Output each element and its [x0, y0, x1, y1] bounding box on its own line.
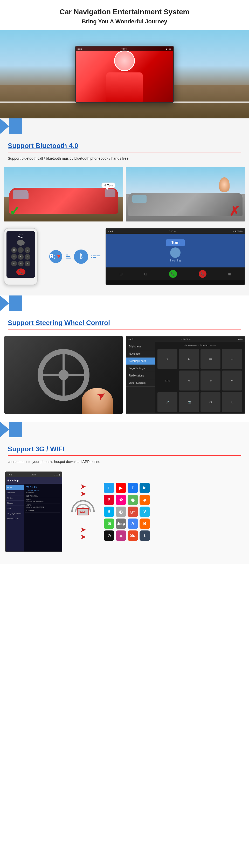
steer-btn-back[interactable]: ↩	[222, 371, 242, 391]
wifi-sidebar-language[interactable]: Language & Input	[6, 511, 24, 516]
wifi-settings-mockup: ◂ ● ⊞ 13:22 ⊙ ▲ ◆ ⚙ Settings WLAN Blueto…	[5, 471, 62, 552]
phone-mockup: 9:45 Tom ⊞ 📞 ♪ ✦ ⊕ + ⋯ ⊟ ☰ 📞	[4, 228, 38, 285]
bluetooth-divider	[8, 152, 241, 152]
wifi-sidebar: WLAN Bluetooth More... Storage USB Langu…	[6, 484, 24, 552]
steer-btn-power[interactable]: ⏻	[201, 392, 220, 412]
phone-dialpad: ⊞ 📞 ♪ ✦ ⊕ + ⋯ ⊟ ☰	[11, 247, 30, 267]
x-mark-icon: ✗	[229, 204, 240, 219]
device-topbar: ■ ■ ■ 08:04 ▲ ◆ ▸	[76, 46, 173, 51]
wifi-network-kuvmax[interactable]: KUVMAX	[25, 509, 61, 513]
bt-transfer-visual: ᛒ	[74, 250, 100, 264]
social-icon-rss[interactable]: ◈	[140, 495, 150, 505]
social-icon-maps[interactable]: A	[128, 519, 138, 529]
steer-side-menu: Brightness Navigation Steering Learn Log…	[126, 342, 155, 413]
social-icon-flickr[interactable]: ✿	[116, 495, 126, 505]
steer-btn-vol-up[interactable]: ⊕	[179, 371, 199, 391]
social-icon-imessage[interactable]: ✉	[104, 519, 114, 529]
social-icon-linkedin[interactable]: in	[140, 483, 150, 493]
car-ctrl-icon2: ⊟	[144, 272, 147, 276]
wifi-sidebar-storage[interactable]: Storage	[6, 501, 24, 506]
steer-menu-radio-setting[interactable]: Radio setting	[126, 372, 155, 379]
social-icon-blogger[interactable]: B	[140, 519, 150, 529]
steer-btn-mic[interactable]: 🎤	[157, 392, 177, 412]
incoming-status-label: Incoming	[170, 259, 181, 262]
wifi-sidebar-bluetooth[interactable]: Bluetooth	[6, 490, 24, 495]
main-title: Car Navigation Entertainment System	[5, 8, 244, 16]
arrow-down-icon: ➤➤	[80, 526, 86, 540]
car-unit-mockup: ◂ ● ◉ 8:16 am ▲ ◆ 3G 20 Tom Incoming ⊞ ⊟…	[106, 228, 245, 285]
steering-images-row: ➤ ◂ ● ⊞ bt 08:02 ▲ ◆ 20 Brightness Navig…	[0, 333, 249, 416]
device-screen-content	[76, 46, 173, 102]
phone-caller-name: Tom	[18, 236, 23, 239]
steer-btn-settings[interactable]: ⚙	[157, 349, 177, 369]
wifi-title: Support 3G / WIFI	[0, 438, 249, 455]
car-woman-image: ✗	[126, 167, 245, 221]
phone-end-call-button[interactable]: 📞	[16, 269, 26, 275]
steer-menu-logo-settings[interactable]: Logo Settings	[126, 365, 155, 372]
steer-content-area: Brightness Navigation Steering Learn Log…	[126, 342, 245, 413]
steering-title: Support Steering Wheel Control	[0, 312, 249, 329]
steering-wheel-image: ➤	[4, 336, 123, 414]
social-icon-tumblr[interactable]: t	[140, 530, 150, 541]
steer-topbar: ◂ ● ⊞ bt 08:02 ▲ ◆ 20	[126, 337, 245, 342]
car-unit-call-controls: ⊞ ⊟ 📞 📞 ⊞	[106, 268, 245, 280]
social-icon-facebook[interactable]: f	[128, 483, 138, 493]
bluetooth-section: Support Bluetooth 4.0 Support bluetooth …	[0, 118, 249, 296]
wifi-sidebar-row: WLAN Bluetooth More... Storage USB Langu…	[6, 484, 62, 552]
wifi-sidebar-more[interactable]: More...	[6, 495, 24, 501]
car-accept-call-button[interactable]: 📞	[169, 270, 177, 278]
steer-btn-phone[interactable]: 📷	[179, 392, 199, 412]
social-icon-pinterest[interactable]: P	[104, 495, 114, 505]
sub-title: Bring You A Wonderful Journey	[5, 18, 244, 25]
wifi-toggle-label: WI-FI ● ON	[25, 485, 61, 489]
steer-menu-navigation[interactable]: Navigation	[126, 350, 155, 358]
wifi-networks-list: WI-FI ● ON TP-LINK-FREEConnected NO WI-L…	[24, 484, 62, 552]
steer-menu-other-settings[interactable]: Other Settings	[126, 379, 155, 386]
wifi-network-free[interactable]: TP-LINK-FREEConnected	[25, 489, 61, 494]
header: Car Navigation Entertainment System Brin…	[0, 0, 249, 30]
wifi-section: Support 3G / WIFI can connect to your ph…	[0, 422, 249, 564]
wifi-sidebar-wlan[interactable]: WLAN	[6, 485, 24, 490]
wifi-settings-topbar: ◂ ● ⊞ 13:22 ⊙ ▲ ◆	[6, 472, 62, 477]
car-ctrl-icon1: ⊞	[119, 272, 123, 276]
social-icon-gplus[interactable]: g+	[128, 506, 138, 517]
social-icon-vimeo[interactable]: V	[140, 506, 150, 517]
social-icon-youtube[interactable]: ▶	[116, 483, 126, 493]
steering-banner-triangle	[0, 296, 9, 311]
wifi-network-cars[interactable]: CARSSecured with WPA/WPA2	[25, 503, 61, 509]
steer-menu-steering-learn[interactable]: Steering Learn	[126, 358, 155, 365]
steer-btn-vol-down[interactable]: ⊖	[201, 371, 220, 391]
hi-tom-bubble: Hi Tom	[101, 183, 115, 188]
social-icon-camera[interactable]: ⊙	[104, 530, 114, 541]
wifi-sidebar-usb[interactable]: USB	[6, 506, 24, 511]
social-icon-instagram[interactable]: ◈	[116, 530, 126, 541]
wifi-sidebar-add-account[interactable]: ADD ACCOUT	[6, 516, 24, 521]
social-icon-stumble[interactable]: Su	[128, 530, 138, 541]
social-icon-disp[interactable]: disp	[116, 519, 126, 529]
wifi-label-box: Wi-Fi	[77, 508, 89, 516]
banner-bar	[9, 118, 22, 134]
car-unit-screen: Tom Incoming	[106, 234, 245, 268]
steering-wheel-graphic	[38, 349, 90, 401]
steering-spoke-v	[63, 354, 65, 396]
steer-btn-prev[interactable]: ⏮	[201, 349, 220, 369]
social-icon-skype[interactable]: S	[104, 506, 114, 517]
car-decline-call-button[interactable]: 📞	[199, 270, 207, 278]
social-icon-twitter[interactable]: t	[104, 483, 114, 493]
steer-btn-call[interactable]: 📞	[222, 392, 242, 412]
social-icon-share[interactable]: ◉	[128, 495, 138, 505]
social-icon-wa[interactable]: ◐	[116, 506, 126, 517]
steer-gps-label: GPS	[157, 371, 177, 391]
steer-btn-next[interactable]: ⏭	[222, 349, 242, 369]
wifi-network-nowi[interactable]: NO WI-LINEA	[25, 494, 61, 498]
steer-menu-brightness[interactable]: Brightness	[126, 343, 155, 350]
bluetooth-waves-icon: Ƀ; 🔻	[43, 250, 69, 263]
wifi-network-qa88[interactable]: QA88Secured with WPA/WPA2	[25, 498, 61, 503]
steering-banner-bar	[9, 296, 22, 311]
steer-btn-play[interactable]: ▶	[179, 349, 199, 369]
arrow-up-icon: ➤➤	[80, 483, 86, 497]
steer-controls: Please select a function button! ⚙ ▶ ⏮ ⏭…	[155, 342, 245, 413]
incoming-caller-name: Tom	[166, 239, 185, 246]
phone-screen: 9:45 Tom ⊞ 📞 ♪ ✦ ⊕ + ⋯ ⊟ ☰ 📞	[6, 231, 35, 278]
steering-menu-mockup: ◂ ● ⊞ bt 08:02 ▲ ◆ 20 Brightness Navigat…	[126, 336, 245, 414]
